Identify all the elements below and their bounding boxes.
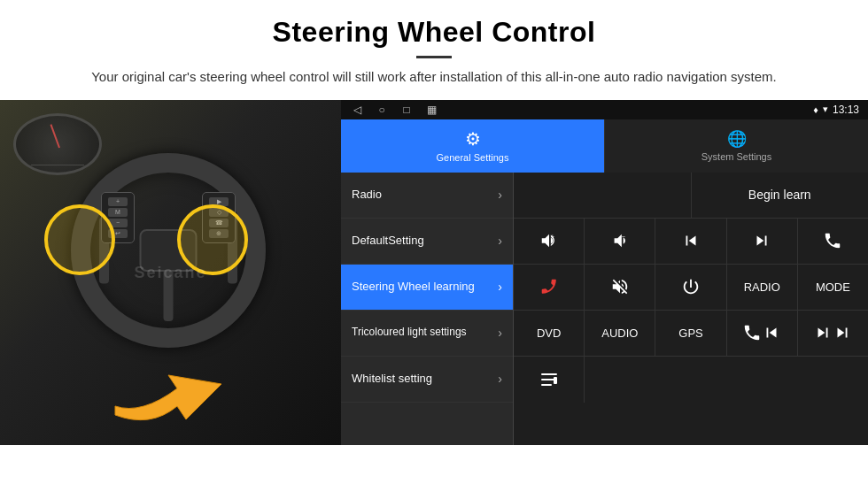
tab-bar: ⚙ General Settings 🌐 System Settings xyxy=(341,119,868,173)
tab-system-label: System Settings xyxy=(701,151,771,162)
whitelist-chevron-icon: › xyxy=(498,372,502,386)
wifi-icon: ▾ xyxy=(823,104,828,115)
status-bar: ◁ ○ □ ▦ ♦ ▾ 13:13 xyxy=(341,100,868,119)
audio-text: AUDIO xyxy=(601,327,638,340)
begin-learn-button[interactable]: Begin learn xyxy=(692,173,869,218)
controls-row4: DVD AUDIO GPS xyxy=(514,311,868,357)
recents-icon[interactable]: □ xyxy=(399,103,414,117)
menu-item-steering-wheel[interactable]: Steering Wheel learning › xyxy=(341,265,513,311)
arrow xyxy=(106,344,230,427)
list-icon xyxy=(539,369,560,390)
menu-item-default-label: DefaultSetting xyxy=(352,234,498,249)
prev-track-icon xyxy=(681,231,701,250)
menu-item-tricoloured[interactable]: Tricoloured light settings › xyxy=(341,311,513,357)
svg-text:+: + xyxy=(550,233,554,241)
radio-label-button[interactable]: RADIO xyxy=(727,265,798,310)
controls-row3: RADIO MODE xyxy=(514,265,868,311)
next-mixed-button[interactable] xyxy=(798,311,868,356)
car-photo: + M − ↩ ▶ ◇ ☎ ⊕ xyxy=(0,100,341,445)
list-icon-button[interactable] xyxy=(514,357,585,403)
nav-icons: ◁ ○ □ ▦ xyxy=(350,103,438,117)
menu-icon[interactable]: ▦ xyxy=(424,103,438,117)
prev-track-button[interactable] xyxy=(655,219,726,264)
svg-rect-4 xyxy=(541,384,552,386)
controls-row5 xyxy=(514,357,868,403)
next-track-button[interactable] xyxy=(727,219,798,264)
menu-item-tricoloured-label: Tricoloured light settings xyxy=(352,326,498,340)
audio-button[interactable]: AUDIO xyxy=(585,311,655,356)
menu-item-whitelist[interactable]: Whitelist setting › xyxy=(341,357,513,403)
hangup-icon xyxy=(539,277,559,296)
power-icon xyxy=(681,277,701,296)
svg-text:−: − xyxy=(622,233,625,241)
next-small-icon xyxy=(833,323,852,342)
volume-down-icon: − xyxy=(610,231,630,250)
home-icon[interactable]: ○ xyxy=(375,103,389,117)
content-area: + M − ↩ ▶ ◇ ☎ ⊕ xyxy=(0,100,868,445)
radio-chevron-icon: › xyxy=(498,188,502,202)
menu-item-whitelist-label: Whitelist setting xyxy=(352,372,498,387)
general-settings-icon: ⚙ xyxy=(465,128,481,150)
volume-up-icon: + xyxy=(539,231,559,250)
settings-menu: Radio › DefaultSetting › Steering Wheel … xyxy=(341,173,514,445)
svg-rect-2 xyxy=(541,373,557,375)
phone-prev-button[interactable] xyxy=(727,311,798,356)
phone-icon xyxy=(823,231,842,250)
default-chevron-icon: › xyxy=(498,234,502,248)
settings-area: Radio › DefaultSetting › Steering Wheel … xyxy=(341,173,868,445)
begin-learn-label: Begin learn xyxy=(748,188,811,202)
mute-icon xyxy=(610,277,630,296)
tab-system-settings[interactable]: 🌐 System Settings xyxy=(604,119,868,173)
highlight-left xyxy=(44,204,115,275)
back-icon[interactable]: ◁ xyxy=(350,103,364,117)
gps-text: GPS xyxy=(678,327,702,340)
menu-item-radio-label: Radio xyxy=(352,188,498,203)
hangup-button[interactable] xyxy=(514,265,585,310)
location-icon: ♦ xyxy=(813,104,818,115)
controls-row1: Begin learn xyxy=(514,173,868,219)
tab-general-settings[interactable]: ⚙ General Settings xyxy=(341,119,604,173)
controls-panel: Begin learn + − xyxy=(514,173,868,445)
steering-bg: + M − ↩ ▶ ◇ ☎ ⊕ xyxy=(0,100,341,445)
power-button[interactable] xyxy=(655,265,726,310)
android-panel: ◁ ○ □ ▦ ♦ ▾ 13:13 ⚙ General Settings 🌐 S… xyxy=(341,100,868,445)
status-time: 13:13 xyxy=(833,104,859,116)
mode-button[interactable]: MODE xyxy=(798,265,868,310)
page-subtitle: Your original car's steering wheel contr… xyxy=(89,67,779,88)
tricoloured-chevron-icon: › xyxy=(498,326,502,340)
dvd-button[interactable]: DVD xyxy=(514,311,585,356)
svg-rect-5 xyxy=(554,377,557,384)
phone-button[interactable] xyxy=(798,219,868,264)
radio-text: RADIO xyxy=(744,280,780,294)
mute-button[interactable] xyxy=(585,265,655,310)
next-track-icon xyxy=(752,231,771,250)
dvd-text: DVD xyxy=(537,327,561,340)
volume-down-button[interactable]: − xyxy=(585,219,655,264)
watermark: Seicane xyxy=(134,263,206,281)
tab-general-label: General Settings xyxy=(437,152,509,163)
menu-item-steering-label: Steering Wheel learning xyxy=(352,280,498,295)
steering-chevron-icon: › xyxy=(498,280,502,294)
menu-item-radio[interactable]: Radio › xyxy=(341,173,513,219)
phone-prev-icon xyxy=(742,323,762,342)
empty-cell xyxy=(514,173,692,218)
controls-row2: + − xyxy=(514,219,868,265)
title-divider xyxy=(416,56,452,58)
menu-item-default-setting[interactable]: DefaultSetting › xyxy=(341,219,513,265)
prev-small-icon xyxy=(762,323,781,342)
page-title: Steering Wheel Control xyxy=(0,0,868,49)
volume-up-button[interactable]: + xyxy=(514,219,585,264)
system-settings-icon: 🌐 xyxy=(727,129,747,149)
mode-text: MODE xyxy=(816,280,850,294)
status-indicators: ♦ ▾ 13:13 xyxy=(813,104,859,116)
gps-button[interactable]: GPS xyxy=(655,311,726,356)
skip-icon xyxy=(813,323,833,342)
